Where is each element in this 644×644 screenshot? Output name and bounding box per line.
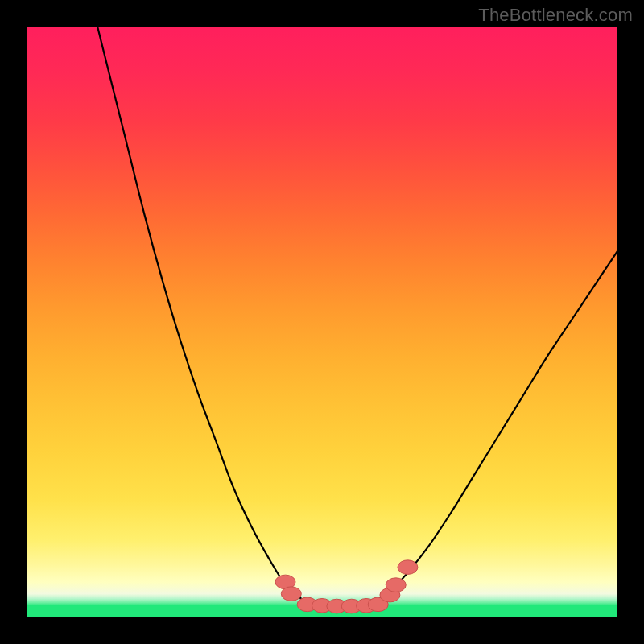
v-curve <box>97 27 617 606</box>
valley-marker <box>281 587 301 601</box>
chart-svg <box>27 27 617 617</box>
chart-frame: TheBottleneck.com <box>0 0 644 644</box>
valley-markers <box>275 560 418 613</box>
watermark-text: TheBottleneck.com <box>478 5 633 26</box>
valley-marker <box>398 560 418 575</box>
plot-area <box>27 27 617 617</box>
valley-marker <box>386 578 406 592</box>
